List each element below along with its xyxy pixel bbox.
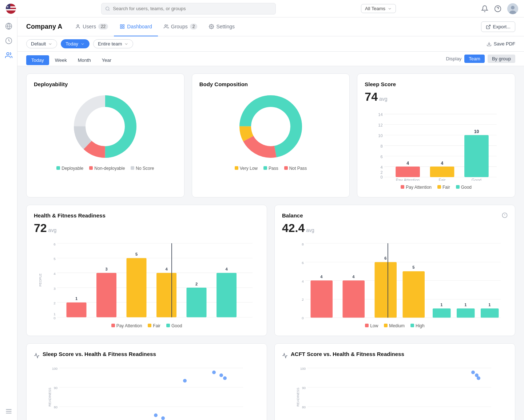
chevron-down-icon xyxy=(48,42,52,46)
svg-rect-76 xyxy=(156,273,176,317)
balance-title: Balance xyxy=(282,212,314,219)
body-composition-title: Body Composition xyxy=(199,81,342,87)
legend-pay-attention: Pay Attention xyxy=(111,323,142,328)
settings-icon xyxy=(209,24,214,29)
svg-rect-80 xyxy=(217,273,237,317)
svg-rect-52 xyxy=(464,135,489,177)
health-fitness-title: Health & Fitness Readiness xyxy=(34,212,259,219)
svg-point-22 xyxy=(211,26,213,27)
svg-text:4: 4 xyxy=(381,165,383,169)
by-group-display-btn[interactable]: By group xyxy=(488,55,515,63)
tab-dashboard-label: Dashboard xyxy=(127,24,152,29)
svg-point-135 xyxy=(154,413,158,417)
info-icon[interactable] xyxy=(502,212,508,218)
svg-text:14: 14 xyxy=(378,112,383,117)
middle-row: Health & Fitness Readiness 72 avg PEOPLE… xyxy=(26,205,515,336)
svg-text:READINESS: READINESS xyxy=(296,388,300,407)
export-label: Export... xyxy=(493,24,511,29)
deployability-chart xyxy=(34,90,177,163)
sleep-score-card: Sleep Score 74 avg 14 12 10 8 6 4 2 xyxy=(357,73,515,197)
svg-rect-20 xyxy=(123,27,124,28)
legend-medium: Medium xyxy=(384,323,405,328)
chevron-down-icon xyxy=(80,42,85,46)
avatar[interactable] xyxy=(507,3,518,14)
tab-year[interactable]: Year xyxy=(97,55,116,65)
tab-groups[interactable]: Groups 2 xyxy=(158,17,203,36)
default-filter[interactable]: Default xyxy=(26,39,57,48)
svg-text:Good: Good xyxy=(472,178,481,181)
sidebar-icon-globe[interactable] xyxy=(4,22,13,31)
legend-fair: Fair xyxy=(148,323,160,328)
svg-line-23 xyxy=(488,25,490,27)
svg-text:8: 8 xyxy=(302,242,304,246)
body-composition-chart xyxy=(199,90,342,163)
svg-point-12 xyxy=(7,53,9,55)
sleep-score-legend: Pay Attention Fair Good xyxy=(365,185,508,190)
sleep-avg-text: avg xyxy=(379,96,388,102)
svg-rect-2 xyxy=(6,9,16,10)
acft-vs-health-header: ACFT Score vs. Health & Fitness Readines… xyxy=(282,351,508,360)
dashboard-icon xyxy=(120,24,125,29)
bell-icon[interactable] xyxy=(481,5,488,12)
svg-text:3: 3 xyxy=(105,267,107,271)
svg-rect-106 xyxy=(375,262,397,318)
sidebar xyxy=(0,17,17,420)
sleep-vs-health-header: Sleep Score vs. Health & Fitness Readine… xyxy=(34,351,259,360)
svg-text:1: 1 xyxy=(488,303,491,307)
svg-rect-110 xyxy=(433,308,451,317)
svg-text:Fair: Fair xyxy=(439,178,446,181)
chevron-down-icon xyxy=(388,7,392,11)
users-badge: 22 xyxy=(98,24,108,29)
time-tabs: Today Week Month Year xyxy=(26,55,117,65)
svg-text:0: 0 xyxy=(53,316,56,319)
sleep-score-title: Sleep Score xyxy=(365,81,508,87)
save-pdf-label[interactable]: Save PDF xyxy=(494,41,515,47)
tab-users[interactable]: Users 22 xyxy=(70,17,114,36)
sleep-vs-health-scatter: 100 90 80 READINESS xyxy=(34,364,259,420)
svg-text:4: 4 xyxy=(406,161,409,166)
dashboard: Deployability xyxy=(17,66,524,420)
tab-week[interactable]: Week xyxy=(50,55,72,65)
legend-non-deployable: Non-deployable xyxy=(89,166,125,171)
svg-text:12: 12 xyxy=(378,123,383,127)
svg-point-147 xyxy=(477,376,480,380)
team-display-btn[interactable]: Team xyxy=(464,55,485,63)
tab-month[interactable]: Month xyxy=(73,55,96,65)
team-filter[interactable]: Entire team xyxy=(93,39,133,48)
svg-text:0: 0 xyxy=(381,175,383,179)
all-teams-selector[interactable]: All Teams xyxy=(361,4,396,13)
svg-point-136 xyxy=(161,416,165,420)
today-filter[interactable]: Today xyxy=(61,39,90,48)
sidebar-icon-clock[interactable] xyxy=(4,36,13,45)
svg-rect-70 xyxy=(67,303,87,317)
health-y-axis-label: PEOPLE xyxy=(39,273,42,286)
search-input[interactable] xyxy=(113,6,272,11)
svg-text:8: 8 xyxy=(381,144,383,148)
page-header: Company A Users 22 Dashboard Groups 2 xyxy=(17,17,524,36)
tab-settings-label: Settings xyxy=(216,24,235,29)
bottom-row: Sleep Score vs. Health & Fitness Readine… xyxy=(26,343,515,420)
page-tabs: Users 22 Dashboard Groups 2 Settings xyxy=(70,17,481,36)
sidebar-icon-users[interactable] xyxy=(4,51,13,60)
svg-text:5: 5 xyxy=(53,257,56,261)
tab-dashboard[interactable]: Dashboard xyxy=(114,17,158,36)
balance-avg-number: 42.4 xyxy=(282,221,305,235)
tab-settings[interactable]: Settings xyxy=(203,17,241,36)
balance-title-area: Balance 42.4 avg xyxy=(282,212,314,239)
sleep-vs-health-card: Sleep Score vs. Health & Fitness Readine… xyxy=(26,343,267,420)
svg-text:4: 4 xyxy=(302,279,304,283)
help-icon[interactable] xyxy=(494,5,501,12)
svg-point-132 xyxy=(212,371,216,374)
tab-today[interactable]: Today xyxy=(26,55,49,65)
health-fitness-card: Health & Fitness Readiness 72 avg PEOPLE… xyxy=(26,205,267,336)
nav-icons xyxy=(481,3,518,14)
flag-icon: ★ xyxy=(6,4,16,14)
svg-text:4: 4 xyxy=(441,161,444,166)
search-icon xyxy=(105,6,110,11)
main-content: Company A Users 22 Dashboard Groups 2 xyxy=(17,17,524,420)
export-button[interactable]: Export... xyxy=(481,21,515,32)
tab-groups-label: Groups xyxy=(171,24,188,29)
groups-badge: 2 xyxy=(190,24,198,29)
sidebar-icon-menu[interactable] xyxy=(4,407,13,416)
search-bar[interactable] xyxy=(101,3,276,15)
